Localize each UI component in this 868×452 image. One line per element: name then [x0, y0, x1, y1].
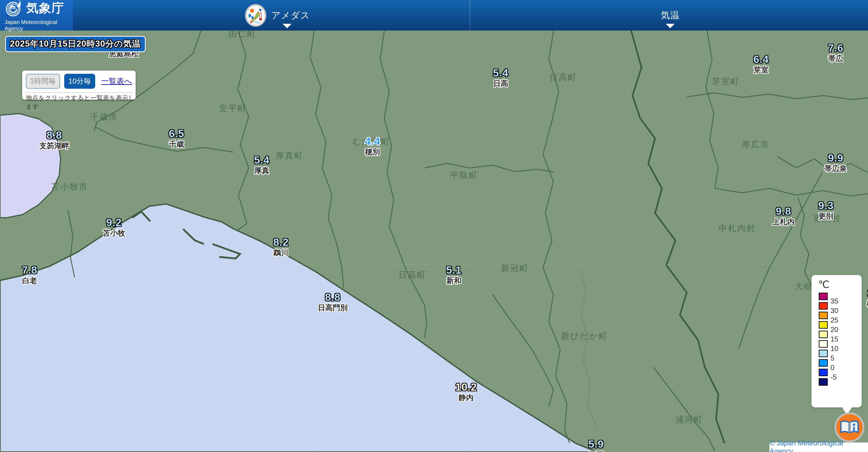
- legend-tick-label: 5: [831, 355, 834, 362]
- legend-tick-label: 30: [831, 307, 838, 314]
- map-area-label: 安平町: [219, 103, 247, 114]
- subprefecture-border: [631, 31, 724, 443]
- station-temp-value: 5.9: [588, 439, 604, 450]
- chevron-down-icon: [283, 24, 291, 28]
- legend-tick-label: 25: [831, 317, 838, 324]
- station-name: 千歳: [169, 140, 184, 148]
- map-area-label: 芽室町: [712, 76, 740, 87]
- station-label[interactable]: 5.9三石: [588, 439, 604, 452]
- temperature-legend: ℃ 35302520151050-5: [811, 275, 862, 407]
- datetime-label-box: 2025年10月15日20時30分の気温: [5, 36, 146, 52]
- station-name: 上札内: [772, 218, 795, 226]
- legend-swatch: [819, 350, 828, 357]
- station-name: 樹: [867, 300, 868, 308]
- station-name: 苫小牧: [103, 229, 125, 237]
- station-temp-value: 9.3: [818, 200, 834, 211]
- legend-swatch: [819, 359, 828, 367]
- station-label[interactable]: 10.2静内: [455, 382, 477, 402]
- panel-divider: [25, 92, 133, 93]
- station-name: 日高: [493, 80, 508, 88]
- legend-tick-label: 20: [831, 326, 838, 333]
- station-label[interactable]: 6.5千歳: [169, 128, 184, 148]
- station-label[interactable]: 9.8上札内: [772, 205, 795, 226]
- nav-amedas-label: アメダス: [271, 9, 310, 22]
- open-book-info-icon: [836, 414, 863, 441]
- station-temp-value: 8.8: [39, 130, 69, 141]
- map-area-label: 新ひだか町: [561, 331, 608, 342]
- amedas-temperature-map-page: 由仁町千歳市安平町厚真町むかわ町日高町平取町苫小牧市日高町新冠町新ひだか町浦河町…: [0, 0, 868, 452]
- station-temp-value: 6.4: [753, 54, 769, 65]
- station-label[interactable]: 6.4芽室: [753, 54, 769, 74]
- jma-logo-icon: [4, 0, 23, 18]
- map-area-label: 浦河町: [675, 414, 703, 425]
- station-label[interactable]: 8.8支笏湖畔: [39, 130, 69, 150]
- map-area-label: 中札内村: [719, 223, 756, 234]
- station-temp-value: 4.4: [365, 136, 380, 147]
- legend-tick-label: -5: [831, 374, 837, 381]
- datetime-label: 2025年10月15日20時30分の気温: [10, 39, 141, 49]
- legend-swatch: [819, 321, 828, 329]
- interval-control-panel: 1時間毎 10分毎 一覧表へ 地点をクリックすると一覧表を表示します: [22, 70, 135, 100]
- station-temp-value: 7.6: [828, 42, 843, 54]
- legend-swatch: [819, 331, 828, 338]
- station-name: 鵡川: [273, 249, 289, 257]
- station-label[interactable]: 9.3更別: [818, 200, 834, 220]
- station-label[interactable]: 9.9帯広泉: [825, 152, 847, 173]
- station-label[interactable]: 8.2鵡川: [273, 236, 289, 257]
- station-temp-value: 9.8: [772, 205, 795, 217]
- nav-element-menu[interactable]: 気温: [651, 0, 689, 31]
- station-label[interactable]: 7.6帯広: [828, 42, 843, 63]
- station-name: 帯広: [828, 55, 843, 63]
- map-area-label: 新冠町: [501, 262, 529, 274]
- map-area-label: 千歳市: [90, 111, 118, 123]
- legend-swatch: [819, 293, 828, 300]
- legend-unit-label: ℃: [818, 279, 829, 290]
- station-temp-value: 6.5: [169, 128, 184, 139]
- station-label[interactable]: 9.2苫小牧: [103, 217, 125, 237]
- station-temp-value: 3: [867, 287, 868, 299]
- logo-title: 気象庁: [26, 0, 64, 17]
- hourly-interval-button[interactable]: 1時間毎: [26, 74, 60, 89]
- station-name: 更別: [818, 212, 834, 220]
- station-temp-value: 5.1: [446, 264, 462, 276]
- panel-hint-text: 地点をクリックすると一覧表を表示します: [26, 94, 135, 111]
- ocean-pacific: [0, 204, 597, 452]
- legend-tick-label: 10: [831, 345, 838, 352]
- map-area-label: 苫小牧市: [51, 181, 88, 192]
- legend-swatch: [819, 312, 828, 319]
- legend-swatch: [819, 340, 828, 348]
- station-temp-value: 8.8: [318, 291, 348, 303]
- jma-logo-block[interactable]: 気象庁 Japan Meteorological Agency: [0, 0, 73, 31]
- legend-swatch: [819, 369, 828, 376]
- station-name: 支笏湖畔: [39, 142, 69, 150]
- info-book-button[interactable]: [835, 413, 864, 442]
- nav-element-label: 気温: [661, 9, 680, 22]
- amedas-badge-icon: [245, 4, 266, 27]
- map-area-label: 平取町: [450, 170, 478, 181]
- station-name: 芽室: [753, 66, 769, 74]
- station-name: 厚真: [254, 167, 270, 175]
- station-label[interactable]: 4.4穂別: [365, 136, 380, 156]
- station-name: 静内: [455, 394, 477, 402]
- station-temp-value: 8.2: [273, 236, 289, 248]
- chevron-down-icon: [666, 24, 675, 28]
- legend-swatch: [819, 302, 828, 310]
- legend-tick-label: 35: [831, 298, 838, 305]
- station-label[interactable]: 3樹: [867, 287, 868, 308]
- station-label[interactable]: 5.4日高: [493, 67, 508, 88]
- open-list-link[interactable]: 一覧表へ: [101, 76, 132, 86]
- map-area-label: 大樹: [795, 281, 813, 292]
- station-label[interactable]: 7.8白老: [22, 264, 37, 285]
- station-temp-value: 5.4: [493, 67, 508, 79]
- header-bar: 気象庁 Japan Meteorological Agency: [0, 0, 868, 31]
- tile-seam: [315, 0, 315, 452]
- station-label[interactable]: 5.1新和: [446, 264, 462, 285]
- map-area-label: 帯広市: [742, 139, 770, 150]
- station-name: 白老: [22, 277, 37, 285]
- nav-amedas-menu[interactable]: アメダス: [245, 0, 358, 31]
- ten-minute-interval-button[interactable]: 10分毎: [64, 74, 95, 89]
- logo-subtitle: Japan Meteorological Agency: [4, 19, 73, 32]
- copyright-text: © Japan Meteorological Agency: [770, 439, 868, 452]
- station-label[interactable]: 8.8日高門別: [318, 291, 348, 312]
- station-label[interactable]: 5.4厚真: [254, 154, 270, 175]
